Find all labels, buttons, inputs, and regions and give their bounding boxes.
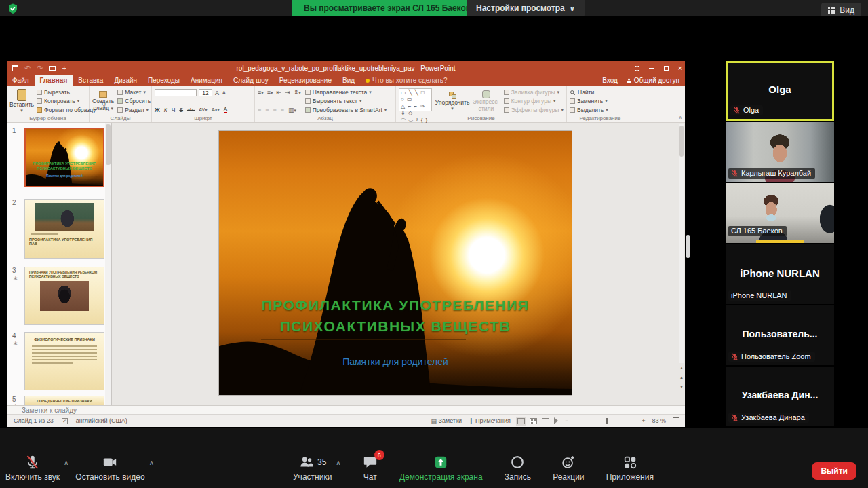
collapse-ribbon-icon[interactable]: ∧ [678,115,682,121]
participant-tile-olga[interactable]: Olga Olga [726,61,834,121]
video-options-chevron[interactable]: ∧ [149,459,154,466]
normal-view-icon[interactable] [517,418,525,424]
previous-slide-button[interactable]: ▲ [679,374,684,381]
paste-button[interactable]: Вставить▾ [9,88,34,114]
tab-insert[interactable]: Вставка [73,75,108,86]
redo-icon[interactable]: ↷ [37,64,43,73]
comments-toggle[interactable]: ❙ Примечания [469,417,511,424]
view-button[interactable]: Вид [821,3,861,18]
tell-me-box[interactable]: Что вы хотите сделать? [360,75,453,86]
panel-resize-handle[interactable] [686,235,690,258]
slide-thumbnail-3[interactable]: ПРИЗНАКИ УПОТРЕБЛЕНИЯ РЕБЕНКОМ ПСИХОАКТИ… [24,267,104,325]
align-text-button[interactable]: Выровнять текст▾ [305,98,387,105]
tab-transitions[interactable]: Переходы [142,75,185,86]
zoom-slider[interactable] [575,421,635,421]
notes-pane[interactable]: Заметки к слайду [7,405,685,414]
font-size-box[interactable]: 12 [199,89,212,96]
notes-toggle[interactable]: ▤ Заметки [431,417,461,424]
underline-button[interactable]: Ч [172,107,176,113]
reset-button[interactable]: Сбросить [117,98,151,105]
slide-sorter-view-icon[interactable] [530,418,537,424]
sign-in-link[interactable]: Вход [602,77,618,84]
quick-styles-button[interactable]: Экспресс-стили [473,88,500,114]
layout-button[interactable]: Макет▾ [117,89,151,96]
tab-animation[interactable]: Анимация [185,75,228,86]
bullets-button[interactable]: ≡▾ [258,89,264,96]
restore-icon[interactable] [664,66,669,71]
shrink-font-button[interactable]: А [222,90,226,95]
editor-scrollbar[interactable]: ▲ ▲ ▼ [679,124,684,404]
thumbnail-scrollbar[interactable] [105,123,111,405]
language-indicator[interactable]: английский (США) [76,417,127,424]
new-slide-button[interactable]: Создатьслайд ▾ [92,88,114,114]
smartart-button[interactable]: Преобразовать в SmartArt▾ [305,107,387,113]
zoom-percentage[interactable]: 83 % [652,417,666,424]
customize-qat-icon[interactable]: + [62,64,66,72]
participant-tile-polzovatel[interactable]: Пользователь... Пользователь Zoom [726,305,834,365]
stop-video-button[interactable]: Остановить видео [75,455,144,482]
share-screen-button[interactable]: Демонстрация экрана [399,455,483,482]
security-shield-icon[interactable] [7,3,19,15]
slideshow-view-icon[interactable] [554,417,558,424]
tab-design[interactable]: Дизайн [108,75,142,86]
shape-outline-button[interactable]: Контур фигуры▾ [504,98,564,105]
mic-options-chevron[interactable]: ∧ [64,459,68,466]
increase-indent-button[interactable]: ⇥ [285,89,290,96]
tab-review[interactable]: Рецензирование [274,75,337,86]
unmute-button[interactable]: Включить звук [5,455,60,482]
bold-button[interactable]: Ж [155,107,160,113]
zoom-out-button[interactable]: − [565,417,568,424]
cut-button[interactable]: Вырезать [37,89,96,96]
font-name-box[interactable] [155,89,197,96]
shapes-gallery[interactable]: ▭ ╲ ╲ □ ○ ▭ △ ⌐ ⌐ ⇒ ⇓ ◇ ◠ ◡ ≀ { } ☆ [399,88,432,111]
find-button[interactable]: Найти [570,89,631,96]
line-spacing-button[interactable]: ⇕▾ [294,89,301,96]
leave-meeting-button[interactable]: Выйти [812,462,856,480]
participant-tile-karlygash[interactable]: Карлыгаш Куралбай [726,122,834,182]
reading-view-icon[interactable] [542,418,549,424]
text-direction-button[interactable]: Направление текста▾ [305,89,387,96]
shape-effects-button[interactable]: Эффекты фигуры▾ [504,107,564,113]
columns-button[interactable]: ▥▾ [288,107,296,113]
close-icon[interactable]: × [678,64,682,72]
replace-button[interactable]: Заменить▾ [570,98,631,105]
select-button[interactable]: Выделить▾ [570,107,631,113]
numbering-button[interactable]: ≡▾ [267,89,273,96]
undo-icon[interactable]: ↶ [24,64,31,73]
reactions-button[interactable]: Реакции [553,455,584,482]
slideshow-icon[interactable] [49,66,56,71]
align-left-button[interactable]: ≡ [258,107,261,113]
shape-fill-button[interactable]: Заливка фигуры▾ [504,89,564,96]
italic-button[interactable]: К [164,107,167,113]
tab-home[interactable]: Главная [35,75,73,86]
zoom-in-button[interactable]: + [642,417,645,424]
fit-to-window-icon[interactable] [673,417,679,424]
share-link[interactable]: Общий доступ [626,77,679,84]
copy-button[interactable]: Копировать▾ [37,98,96,105]
arrange-button[interactable]: Упорядочить▾ [436,88,469,114]
scroll-up-icon[interactable]: ▲ [679,364,684,371]
next-slide-button[interactable]: ▼ [679,383,684,390]
grow-font-button[interactable]: А [214,90,220,96]
apps-button[interactable]: Приложения [606,455,654,482]
ribbon-display-options-icon[interactable] [635,66,639,71]
section-button[interactable]: Раздел▾ [117,107,151,113]
record-button[interactable]: Запись [505,455,531,482]
participant-tile-uzakbaeva[interactable]: Узакбаева Дин... Узакбаева Динара [726,367,834,426]
tab-view[interactable]: Вид [337,75,360,86]
participant-tile-baekov[interactable]: СЛ 165 Баеков [726,183,834,243]
format-painter-button[interactable]: Формат по образцу [37,107,96,113]
char-spacing-button[interactable]: AV▾ [199,107,207,113]
participants-options-chevron[interactable]: ∧ [336,459,340,466]
tab-slideshow[interactable]: Слайд-шоу [228,75,274,86]
decrease-indent-button[interactable]: ⇤ [277,89,282,96]
slide-thumbnail-1[interactable]: ПРОФИЛАКТИКА УПОТРЕБЛЕНИЯ ПСИХОАКТИВНЫХ … [24,128,104,187]
font-color-button[interactable]: А [224,106,227,113]
participant-tile-iphone-nurlan[interactable]: iPhone NURLAN iPhone NURLAN [726,244,834,304]
slide-thumbnail-5[interactable]: ПОВЕДЕНЧЕСКИЕ ПРИЗНАКИ [24,396,104,405]
save-icon[interactable] [12,65,18,71]
minimize-icon[interactable] [649,68,654,69]
change-case-button[interactable]: Aa▾ [212,107,220,113]
slide-thumbnail-4[interactable]: ФИЗИОЛОГИЧЕСКИЕ ПРИЗНАКИ [24,332,104,390]
justify-button[interactable]: ≡ [281,107,284,113]
